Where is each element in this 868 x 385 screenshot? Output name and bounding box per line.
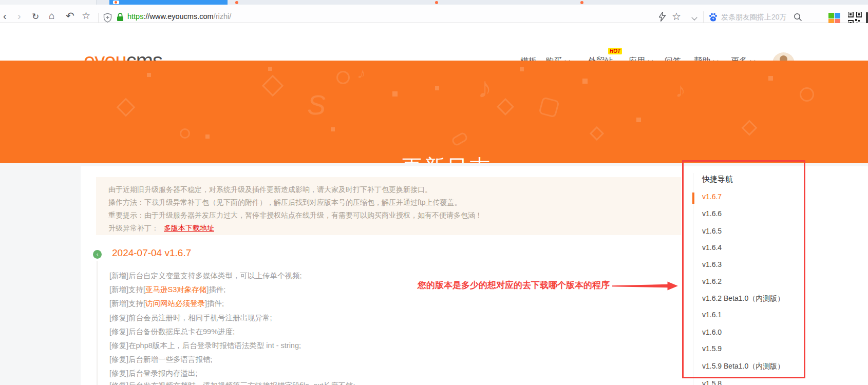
square-decoration — [392, 91, 398, 97]
url-protocol: https — [127, 12, 143, 21]
home-icon[interactable]: ⌂ — [49, 10, 54, 22]
chevron-down-icon[interactable] — [691, 14, 697, 20]
diamond-decoration-icon — [262, 75, 284, 97]
bookmark-star-icon[interactable]: ☆ — [82, 10, 90, 22]
search-icon[interactable] — [794, 13, 802, 22]
changelog-item: [新增]后台自定义变量支持多媒体类型，可以上传单个视频; — [109, 271, 302, 281]
hot-badge: HOT — [608, 48, 622, 54]
square-decoration — [768, 76, 773, 81]
square-decoration — [268, 67, 272, 71]
lightning-icon[interactable] — [659, 12, 666, 22]
diamond-decoration-icon — [497, 98, 514, 116]
page-title: 更新日志 — [402, 153, 492, 163]
site-info-shield-icon[interactable] — [103, 13, 112, 23]
notice-line: 由于近期旧升级服务器不稳定，对系统升级及插件更新造成影响，请大家及时打下补丁包更… — [108, 183, 681, 196]
music-note-decoration-icon: ♪ — [675, 79, 686, 102]
changelog-item: [修复]在php8版本上，后台登录时报错语法类型 int - string; — [109, 341, 301, 351]
timeline-node-icon: ‹ — [93, 250, 102, 259]
refresh-icon[interactable]: ↻ — [32, 11, 39, 23]
plugin-link: 亚马逊S3对象存储 — [145, 285, 206, 294]
https-lock-icon[interactable] — [117, 13, 124, 22]
url-host: ://www.eyoucms.com — [143, 12, 213, 21]
search-input[interactable]: 发条朋友圈搭上20万 — [721, 13, 787, 22]
circle-decoration-icon — [336, 71, 350, 84]
square-decoration — [205, 134, 210, 139]
patch-label: 升级异常补丁： — [108, 224, 159, 232]
annotation-text: 您的版本是多少的想对应的去下载哪个版本的程序 — [418, 279, 610, 291]
diamond-decoration-icon — [741, 120, 757, 136]
music-note-decoration-icon: ♪ — [478, 71, 492, 104]
active-browser-tab[interactable] — [109, 0, 228, 5]
changelog-item: [修复]前台会员注册时，相同手机号注册出现异常; — [109, 313, 272, 323]
tab-favicon-icon[interactable] — [435, 1, 438, 4]
diamond-decoration-icon — [117, 98, 136, 117]
browser-window: ‹ › ↻ ⌂ ↶ ☆ https://www.eyoucms.com/rizh… — [0, 0, 868, 385]
undo-icon[interactable]: ↶ — [66, 10, 74, 22]
baidu-paw-icon[interactable] — [708, 12, 718, 22]
notice-line: 升级异常补丁：多版本下载地址 — [108, 222, 681, 235]
square-decoration — [520, 67, 524, 71]
notice-box: 由于近期旧升级服务器不稳定，对系统升级及插件更新造成影响，请大家及时打下补丁包更… — [96, 177, 681, 235]
toolbar-divider — [98, 13, 99, 23]
timeline-line — [97, 261, 98, 385]
tab-strip — [0, 0, 868, 5]
favorite-star-icon[interactable]: ☆ — [672, 11, 681, 22]
changelog-item: [修复]后台发布视频文档时，添加视频第三方链接报错字段file_ext长度不够; — [109, 381, 355, 385]
changelog-item: [修复]后台备份数据库总卡在99%进度; — [109, 327, 235, 337]
toolbar-divider — [703, 11, 704, 24]
changelog-item: [新增]支持[亚马逊S3对象存储]插件; — [109, 285, 225, 295]
sidebar-version-link[interactable]: v1.5.8 — [702, 379, 722, 385]
plugin-link: 访问网站必须登录 — [145, 299, 205, 307]
notice-line: 操作方法：下载升级异常补丁包（见下面的附件），解压后找到对应版本号的压缩包，解压… — [108, 196, 681, 209]
s-shape-decoration-icon: S — [307, 89, 326, 121]
browser-tab[interactable] — [0, 0, 97, 5]
square-decoration — [636, 118, 641, 122]
changelog-item: [新增]支持[访问网站必须登录]插件; — [109, 299, 224, 309]
back-icon[interactable]: ‹ — [3, 10, 7, 22]
link-decoration-icon — [451, 131, 469, 147]
annotation-rectangle — [682, 160, 805, 378]
browser-toolbar: ‹ › ↻ ⌂ ↶ ☆ https://www.eyoucms.com/rizh… — [0, 5, 868, 23]
url-path: /rizhi/ — [214, 12, 232, 21]
circle-decoration-icon — [180, 128, 190, 139]
page-banner: ♪ ♪ ♪ S 更新日志 — [0, 61, 868, 163]
music-note-decoration-icon: ♪ — [356, 64, 368, 83]
tab-favicon-icon[interactable] — [235, 1, 238, 4]
box-decoration-icon — [538, 97, 560, 118]
diamond-decoration-icon — [590, 126, 604, 141]
square-decoration — [147, 73, 151, 77]
changelog-item: [修复]后台登录报内存溢出; — [109, 369, 198, 378]
multi-version-download-link[interactable]: 多版本下载地址 — [164, 224, 214, 232]
square-decoration — [435, 86, 439, 90]
site-header: eyoucms 模板 购买 外贸站 HOT 应用 问答 帮助 更多 — [0, 23, 868, 61]
version-heading: 2024-07-04 v1.6.7 — [112, 247, 191, 259]
address-bar[interactable]: https://www.eyoucms.com/rizhi/ — [127, 12, 231, 21]
tab-favicon-icon[interactable] — [580, 1, 583, 4]
circle-decoration-icon — [800, 87, 814, 102]
square-decoration — [331, 127, 335, 131]
active-tab-favicon-icon — [113, 1, 119, 4]
square-decoration — [582, 79, 588, 84]
notice-line: 重要提示：由于升级服务器并发压力过大，暂停非授权站点在线升级，有需要可以购买商业… — [108, 209, 681, 222]
forward-icon[interactable]: › — [17, 10, 21, 22]
changelog-item: [修复]后台新增一些多语言报错; — [109, 355, 213, 364]
